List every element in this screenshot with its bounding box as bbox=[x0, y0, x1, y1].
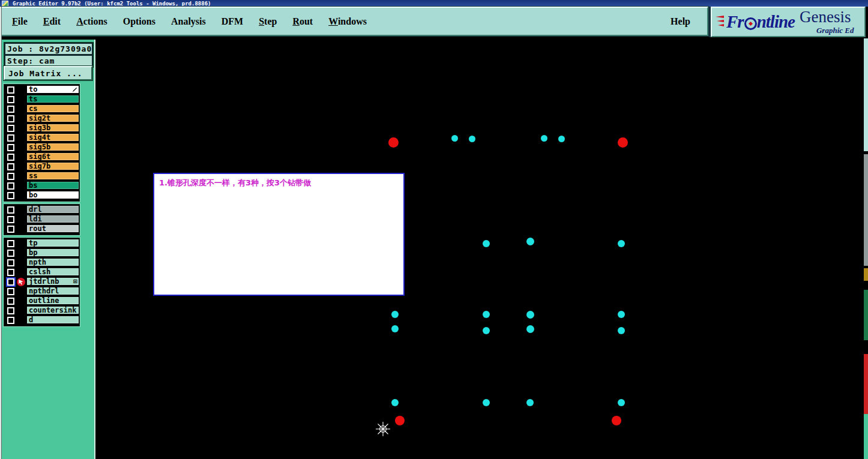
layer-bar-sig3b[interactable]: sig3b bbox=[26, 124, 79, 132]
layer-bar-ts[interactable]: ts bbox=[26, 95, 79, 103]
layer-checkbox-sig6t[interactable] bbox=[7, 154, 14, 161]
job-info-box: Job : 8v2g7309a0 Step: cam bbox=[4, 42, 94, 68]
layer-bar-jtdrlnb[interactable]: jtdrlnb⊞ bbox=[26, 277, 79, 286]
layer-checkbox-npthdrl[interactable] bbox=[7, 288, 14, 295]
layer-bar-d[interactable]: d bbox=[26, 316, 79, 324]
layer-row-cs: cs bbox=[5, 104, 79, 114]
layer-bar-outline[interactable]: outline bbox=[26, 296, 79, 305]
layer-label: ss bbox=[29, 172, 79, 180]
layer-checkbox-jtdrlnb[interactable] bbox=[7, 278, 14, 286]
right-edge-strip bbox=[864, 354, 868, 414]
menu-edit[interactable]: Edit bbox=[43, 16, 61, 27]
pad-dot-cyan[interactable] bbox=[618, 240, 625, 247]
layer-bar-cs[interactable]: cs bbox=[26, 104, 79, 113]
layer-checkbox-countersink[interactable] bbox=[7, 307, 14, 314]
menu-step[interactable]: Step bbox=[259, 16, 277, 27]
annotation-note: 1.锥形孔深度不一样，有3种，按3个钻带做 bbox=[153, 173, 405, 296]
layer-checkbox-drl[interactable] bbox=[7, 206, 14, 214]
layer-row-sig4t: sig4t bbox=[5, 133, 79, 143]
layer-row-sig7b: sig7b bbox=[5, 162, 79, 172]
menu-windows[interactable]: Windows bbox=[328, 16, 367, 27]
layer-bar-ss[interactable]: ss bbox=[26, 172, 79, 180]
layer-checkbox-bs[interactable] bbox=[7, 182, 14, 190]
layer-bar-npthdrl[interactable]: npthdrl bbox=[26, 287, 79, 295]
layer-bar-bp[interactable]: bp bbox=[26, 248, 79, 257]
layer-checkbox-d[interactable] bbox=[7, 317, 14, 324]
layer-bar-to[interactable]: to bbox=[26, 85, 79, 94]
pad-dot-red[interactable] bbox=[388, 137, 399, 148]
layer-checkbox-sig4t[interactable] bbox=[7, 134, 14, 142]
layer-bar-sig7b[interactable]: sig7b bbox=[26, 162, 79, 170]
layer-bar-rout[interactable]: rout bbox=[26, 224, 79, 233]
layer-checkbox-ss[interactable] bbox=[7, 173, 14, 180]
layer-label: bs bbox=[29, 181, 79, 190]
pad-dot-cyan[interactable] bbox=[391, 311, 399, 318]
layer-checkbox-ts[interactable] bbox=[7, 96, 14, 103]
pad-dot-cyan[interactable] bbox=[483, 399, 490, 406]
layer-checkbox-rout[interactable] bbox=[7, 226, 14, 233]
pad-dot-cyan[interactable] bbox=[526, 399, 534, 406]
layer-bar-drl[interactable]: drl bbox=[26, 205, 79, 214]
pad-dot-cyan[interactable] bbox=[526, 325, 534, 333]
layer-bar-countersink[interactable]: countersink bbox=[26, 306, 79, 314]
layer-checkbox-sig5b[interactable] bbox=[7, 144, 14, 151]
pad-dot-cyan[interactable] bbox=[526, 238, 534, 245]
menu-dfm[interactable]: DFM bbox=[222, 16, 243, 27]
layer-checkbox-cs[interactable] bbox=[7, 106, 14, 113]
layer-bar-tp[interactable]: tp bbox=[26, 239, 79, 247]
layer-bar-cslsh[interactable]: cslsh bbox=[26, 268, 79, 276]
pad-dot-cyan[interactable] bbox=[391, 399, 399, 406]
window-title: Graphic Editor 9.97b2 (User: kfcm2 Tools… bbox=[13, 1, 211, 7]
pad-dot-cyan[interactable] bbox=[618, 311, 625, 318]
pad-dot-cyan[interactable] bbox=[391, 325, 399, 332]
menu-help[interactable]: Help bbox=[671, 16, 690, 27]
pad-dot-cyan[interactable] bbox=[451, 135, 458, 142]
layer-checkbox-sig7b[interactable] bbox=[7, 163, 14, 170]
layer-label: sig7b bbox=[29, 162, 79, 170]
layer-checkbox-cslsh[interactable] bbox=[7, 269, 14, 276]
layer-bar-sig6t[interactable]: sig6t bbox=[26, 152, 79, 161]
target-o-icon bbox=[744, 17, 757, 30]
layer-checkbox-to[interactable] bbox=[7, 86, 14, 94]
pad-dot-red[interactable] bbox=[612, 416, 621, 425]
layer-checkbox-ldi[interactable] bbox=[7, 216, 14, 223]
pad-dot-cyan[interactable] bbox=[526, 311, 534, 319]
pad-dot-cyan[interactable] bbox=[483, 327, 490, 334]
layer-bar-ldi[interactable]: ldi bbox=[26, 215, 79, 223]
menu-file[interactable]: File bbox=[12, 16, 28, 27]
layer-checkbox-bo[interactable] bbox=[7, 192, 14, 199]
layer-row-rout: rout bbox=[5, 224, 79, 234]
pad-dot-red[interactable] bbox=[395, 416, 405, 425]
menu-actions[interactable]: Actions bbox=[76, 16, 107, 27]
pad-dot-cyan[interactable] bbox=[469, 136, 475, 142]
layer-bar-npth[interactable]: npth bbox=[26, 258, 79, 266]
pad-dot-cyan[interactable] bbox=[483, 240, 490, 247]
pad-dot-cyan[interactable] bbox=[541, 135, 547, 142]
pad-dot-cyan[interactable] bbox=[618, 399, 625, 406]
job-matrix-button[interactable]: Job Matrix ... bbox=[4, 66, 92, 80]
layer-checkbox-tp[interactable] bbox=[7, 240, 14, 247]
layer-checkbox-sig3b[interactable] bbox=[7, 125, 14, 132]
window-titlebar[interactable]: Graphic Editor 9.97b2 (User: kfcm2 Tools… bbox=[0, 0, 868, 7]
pad-dot-cyan[interactable] bbox=[618, 327, 625, 334]
step-name: Step: cam bbox=[5, 55, 92, 67]
layer-bar-bs[interactable]: bs bbox=[26, 181, 79, 190]
layer-checkbox-bp[interactable] bbox=[7, 250, 14, 257]
layer-checkbox-npth[interactable] bbox=[7, 259, 14, 266]
menu-rout[interactable]: Rout bbox=[292, 16, 313, 27]
layer-bar-sig4t[interactable]: sig4t bbox=[26, 133, 79, 142]
layer-label: sig3b bbox=[29, 124, 79, 132]
layer-bar-sig5b[interactable]: sig5b bbox=[26, 143, 79, 151]
menu-analysis[interactable]: Analysis bbox=[171, 16, 206, 27]
pad-dot-red[interactable] bbox=[618, 137, 628, 148]
layer-row-countersink: countersink bbox=[5, 306, 79, 316]
pad-dot-cyan[interactable] bbox=[558, 136, 565, 142]
layer-bar-sig2t[interactable]: sig2t bbox=[26, 114, 79, 122]
layer-row-drl: drl bbox=[5, 205, 79, 215]
menu-options[interactable]: Options bbox=[123, 16, 155, 27]
layer-checkbox-outline[interactable] bbox=[7, 298, 14, 305]
pad-dot-cyan[interactable] bbox=[483, 311, 490, 318]
layer-bar-bo[interactable]: bo bbox=[26, 191, 79, 199]
layer-group: totscssig2tsig3bsig4tsig5bsig6tsig7bssbs… bbox=[4, 84, 80, 202]
layer-checkbox-sig2t[interactable] bbox=[7, 115, 14, 122]
